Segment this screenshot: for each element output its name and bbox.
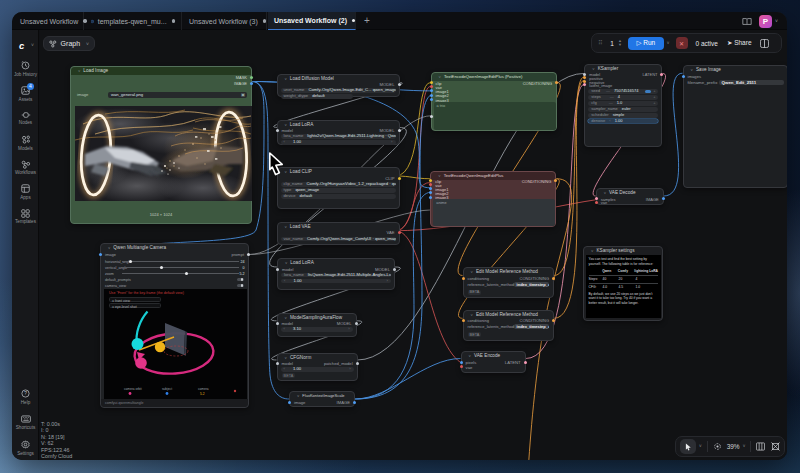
svg-text:5.2: 5.2	[200, 391, 205, 395]
svg-text:subject: subject	[162, 387, 172, 391]
svg-text:camera orbit: camera orbit	[124, 387, 142, 391]
svg-text:camera: camera	[198, 387, 209, 391]
